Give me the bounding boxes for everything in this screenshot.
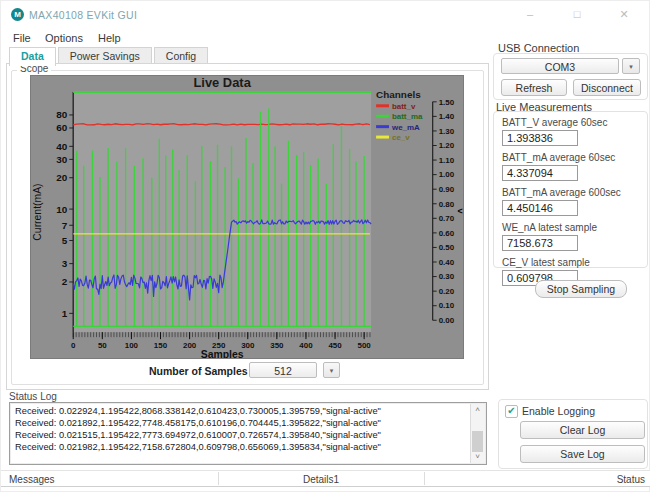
status-log-textarea[interactable]: Received: 0.022924,1.195422,8068.338142,… bbox=[9, 402, 487, 465]
number-of-samples-combo[interactable]: 512 bbox=[249, 362, 317, 378]
measurement-label: CE_V latest sample bbox=[502, 257, 647, 268]
statusbar-status: Status bbox=[617, 474, 645, 485]
svg-text:400: 400 bbox=[299, 341, 313, 350]
svg-text:20: 20 bbox=[56, 172, 68, 183]
scroll-up-icon[interactable]: ˄ bbox=[471, 404, 484, 416]
close-icon[interactable]: ✕ bbox=[616, 6, 632, 22]
svg-text:batt_ma: batt_ma bbox=[392, 112, 423, 121]
measurement-label: BATT_mA average 60sec bbox=[502, 152, 647, 163]
status-log-lines: Received: 0.022924,1.195422,8068.338142,… bbox=[15, 405, 468, 453]
svg-text:150: 150 bbox=[154, 341, 168, 350]
svg-text:60: 60 bbox=[56, 122, 68, 133]
log-line: Received: 0.021982,1.195422,7158.672804,… bbox=[15, 441, 468, 453]
svg-text:we_mA: we_mA bbox=[391, 123, 420, 132]
log-line: Received: 0.021515,1.195422,7773.694972,… bbox=[15, 429, 468, 441]
minimize-icon[interactable]: – bbox=[522, 6, 538, 22]
svg-text:50: 50 bbox=[98, 341, 107, 350]
svg-text:1: 1 bbox=[62, 308, 68, 319]
svg-text:0.20: 0.20 bbox=[439, 287, 455, 296]
maxim-logo-icon: M bbox=[11, 8, 24, 21]
svg-text:1.20: 1.20 bbox=[439, 141, 455, 150]
maximize-icon[interactable]: □ bbox=[569, 6, 585, 22]
svg-text:450: 450 bbox=[328, 341, 342, 350]
statusbar-messages: Messages bbox=[9, 474, 55, 485]
clear-log-button[interactable]: Clear Log bbox=[520, 421, 645, 439]
live-data-chart: Live Data12357102030406080Current(mA)050… bbox=[31, 76, 463, 358]
svg-text:30: 30 bbox=[56, 154, 68, 165]
svg-text:<: < bbox=[458, 206, 463, 216]
measurement-value: 7158.673 bbox=[502, 235, 578, 251]
measurement-we-na: WE_nA latest sample 7158.673 bbox=[502, 222, 647, 251]
svg-text:0.80: 0.80 bbox=[439, 200, 455, 209]
svg-text:1.30: 1.30 bbox=[439, 127, 455, 136]
live-measurements-box: BATT_V average 60sec 1.393836 BATT_mA av… bbox=[493, 111, 648, 268]
svg-text:0.40: 0.40 bbox=[439, 258, 455, 267]
svg-text:0.50: 0.50 bbox=[439, 243, 455, 252]
window-title: MAX40108 EVKit GUI bbox=[29, 9, 137, 21]
tab-data[interactable]: Data bbox=[9, 47, 56, 66]
svg-text:3: 3 bbox=[62, 258, 68, 269]
measurement-batt-ma-60: BATT_mA average 60sec 4.337094 bbox=[502, 152, 647, 181]
measurement-value: 1.393836 bbox=[502, 130, 578, 146]
measurement-label: BATT_V average 60sec bbox=[502, 117, 647, 128]
svg-text:0.60: 0.60 bbox=[439, 229, 455, 238]
enable-logging-label: Enable Logging bbox=[522, 405, 595, 417]
stop-sampling-button[interactable]: Stop Sampling bbox=[535, 280, 627, 298]
log-scrollbar[interactable]: ˄ ˅ bbox=[470, 404, 485, 463]
svg-text:0.70: 0.70 bbox=[439, 214, 455, 223]
svg-text:40: 40 bbox=[56, 141, 68, 152]
svg-text:100: 100 bbox=[125, 341, 139, 350]
svg-text:350: 350 bbox=[270, 341, 284, 350]
app-window: M MAX40108 EVKit GUI – □ ✕ File Options … bbox=[0, 0, 650, 492]
number-of-samples-label: Number of Samples bbox=[149, 365, 248, 377]
svg-text:Samples: Samples bbox=[201, 349, 244, 358]
measurement-label: WE_nA latest sample bbox=[502, 222, 647, 233]
measurement-label: BATT_mA average 600sec bbox=[502, 187, 647, 198]
svg-text:Current(mA): Current(mA) bbox=[32, 183, 43, 240]
measurement-batt-v-60: BATT_V average 60sec 1.393836 bbox=[502, 117, 647, 146]
svg-text:500: 500 bbox=[358, 341, 372, 350]
com-port-select[interactable]: COM3 bbox=[501, 58, 619, 74]
svg-text:0: 0 bbox=[71, 341, 76, 350]
save-log-button[interactable]: Save Log bbox=[520, 445, 645, 463]
scrollbar-thumb[interactable] bbox=[472, 431, 483, 452]
svg-text:0.00: 0.00 bbox=[439, 316, 455, 325]
svg-text:5: 5 bbox=[62, 235, 68, 246]
svg-text:0.30: 0.30 bbox=[439, 272, 455, 281]
svg-text:Channels: Channels bbox=[376, 89, 421, 100]
svg-text:1.40: 1.40 bbox=[439, 112, 455, 121]
svg-text:0.90: 0.90 bbox=[439, 185, 455, 194]
svg-text:80: 80 bbox=[56, 109, 68, 120]
svg-text:batt_v: batt_v bbox=[392, 102, 416, 111]
svg-text:1.00: 1.00 bbox=[439, 170, 455, 179]
svg-text:1.10: 1.10 bbox=[439, 156, 455, 165]
scope-chart: Live Data12357102030406080Current(mA)050… bbox=[30, 75, 464, 359]
measurement-batt-ma-600: BATT_mA average 600sec 4.450146 bbox=[502, 187, 647, 216]
menu-file[interactable]: File bbox=[13, 32, 31, 44]
menu-help[interactable]: Help bbox=[98, 32, 121, 44]
svg-text:7: 7 bbox=[62, 220, 68, 231]
statusbar-divider bbox=[424, 472, 425, 485]
svg-text:10: 10 bbox=[56, 204, 68, 215]
status-bar: Messages Details1 Status bbox=[1, 470, 650, 487]
chevron-down-icon[interactable]: ▾ bbox=[622, 58, 640, 74]
statusbar-details: Details1 bbox=[218, 474, 424, 485]
measurement-value: 4.337094 bbox=[502, 165, 578, 181]
log-line: Received: 0.022924,1.195422,8068.338142,… bbox=[15, 405, 468, 417]
menu-options[interactable]: Options bbox=[45, 32, 83, 44]
chevron-down-icon[interactable]: ▾ bbox=[323, 362, 340, 378]
scroll-down-icon[interactable]: ˅ bbox=[471, 451, 484, 463]
log-line: Received: 0.021892,1.195422,7748.458175,… bbox=[15, 417, 468, 429]
svg-text:Live Data: Live Data bbox=[194, 76, 252, 90]
measurement-value: 4.450146 bbox=[502, 200, 578, 216]
disconnect-button[interactable]: Disconnect bbox=[573, 79, 641, 96]
svg-text:200: 200 bbox=[183, 341, 197, 350]
enable-logging-checkbox[interactable]: ✔ bbox=[505, 405, 518, 418]
svg-text:1.50: 1.50 bbox=[439, 98, 455, 107]
svg-text:0.10: 0.10 bbox=[439, 301, 455, 310]
refresh-button[interactable]: Refresh bbox=[501, 79, 567, 96]
status-log-label: Status Log bbox=[9, 391, 57, 402]
svg-text:2: 2 bbox=[62, 276, 68, 287]
checkmark-icon: ✔ bbox=[507, 405, 515, 416]
svg-text:ce_v: ce_v bbox=[392, 133, 410, 142]
